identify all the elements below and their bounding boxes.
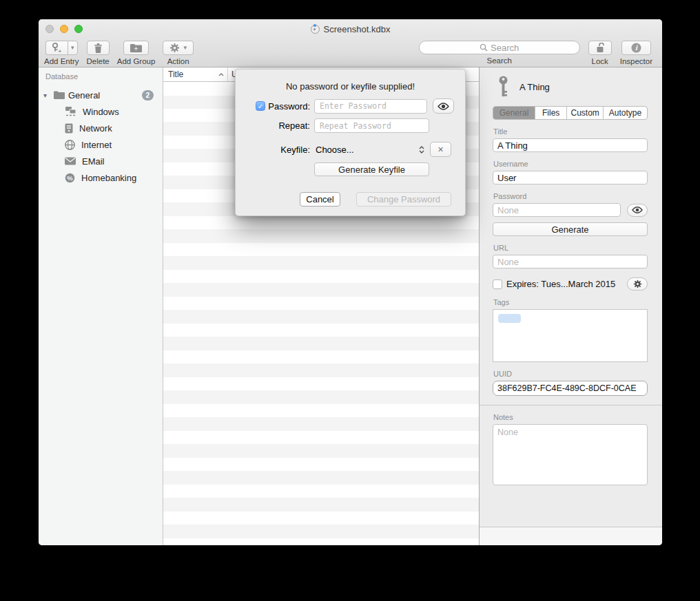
gear-icon <box>633 280 642 288</box>
change-password-button[interactable]: Change Password <box>356 192 451 207</box>
toolbar-label: Search <box>486 56 511 65</box>
gear-icon <box>169 43 180 53</box>
sidebar-item-windows[interactable]: Windows <box>39 103 163 120</box>
tab-general[interactable]: General <box>493 107 535 119</box>
column-label: Title <box>168 70 183 79</box>
password-label: Password: <box>268 101 310 112</box>
cancel-button[interactable]: Cancel <box>300 192 340 207</box>
expires-checkbox[interactable] <box>493 280 502 289</box>
password-field-label: Password <box>493 192 648 200</box>
folder-icon <box>54 91 65 99</box>
tab-autotype[interactable]: Autotype <box>604 107 647 119</box>
toolbar-item-search: Search Search <box>419 41 580 65</box>
trash-icon <box>94 43 103 53</box>
url-field-label: URL <box>493 244 648 252</box>
username-field[interactable] <box>493 171 648 184</box>
repeat-password-input[interactable] <box>314 118 429 133</box>
sidebar-item-label: Internet <box>81 140 112 150</box>
sidebar-item-label: Network <box>79 123 112 134</box>
keyfile-label: Keyfile: <box>280 145 310 155</box>
search-icon <box>480 43 488 52</box>
sidebar-item-homebanking[interactable]: % Homebanking <box>39 169 163 186</box>
inspector-button[interactable]: i <box>621 41 651 55</box>
svg-text:%: % <box>67 173 73 181</box>
reveal-password-button[interactable] <box>627 204 648 217</box>
title-field[interactable] <box>493 138 648 152</box>
generate-password-button[interactable]: Generate <box>493 222 648 236</box>
titlebar: Screenshot.kdbx <box>39 19 662 39</box>
tags-field-label: Tags <box>493 298 648 306</box>
search-placeholder: Search <box>491 43 519 53</box>
toolbar-label: Lock <box>592 57 608 65</box>
sidebar-item-network[interactable]: Network <box>39 120 163 136</box>
sidebar-item-general[interactable]: ▾ General 2 <box>39 87 163 103</box>
url-field[interactable] <box>493 255 648 268</box>
inspector-panel: A Thing General Files Custom Autotype Ti… <box>479 67 662 545</box>
column-header-title[interactable]: Title <box>163 70 227 79</box>
add-group-button[interactable]: + <box>123 41 149 55</box>
toolbar-item-add-group: + Add Group <box>117 41 156 65</box>
minimize-button[interactable] <box>60 25 68 33</box>
toolbar-label: Add Group <box>117 57 156 65</box>
enter-password-input[interactable] <box>314 99 427 114</box>
tag-token[interactable] <box>498 314 521 323</box>
tab-files[interactable]: Files <box>535 107 567 119</box>
toolbar-item-lock: Lock <box>588 41 612 65</box>
server-icon <box>65 123 73 134</box>
notes-field-label: Notes <box>493 413 648 421</box>
sort-ascending-icon <box>218 73 224 76</box>
toolbar-label: Action <box>167 57 189 65</box>
generate-keyfile-button[interactable]: Generate Keyfile <box>314 162 429 176</box>
password-field[interactable] <box>493 203 621 217</box>
sidebar-item-internet[interactable]: Internet <box>39 136 163 153</box>
uuid-field-label: UUID <box>493 370 648 378</box>
action-button[interactable]: ▾ <box>163 41 194 55</box>
change-password-dialog: No password or keyfile supplied! ✓ Passw… <box>235 69 466 216</box>
expires-settings-button[interactable] <box>627 277 648 291</box>
toolbar-label: Add Entry <box>44 57 79 65</box>
delete-button[interactable] <box>87 41 110 55</box>
sidebar-item-label: General <box>68 90 100 101</box>
toolbar-label: Inspector <box>620 57 652 65</box>
add-entry-dropdown-button[interactable]: ▾ <box>68 41 78 55</box>
document-proxy-icon[interactable] <box>311 25 320 34</box>
toolbar-item-add-entry: + ▾ Add Entry <box>44 41 79 65</box>
app-window: Screenshot.kdbx + ▾ Add Entry <box>39 19 662 545</box>
lock-button[interactable] <box>588 41 612 55</box>
info-icon: i <box>631 43 641 53</box>
password-checkbox[interactable]: ✓ <box>256 101 265 111</box>
sidebar-item-email[interactable]: EMail <box>39 153 163 169</box>
tab-custom[interactable]: Custom <box>567 107 604 119</box>
envelope-icon <box>65 157 76 165</box>
sidebar-section-header: Database <box>39 72 163 81</box>
key-plus-icon: + <box>51 43 63 53</box>
disclosure-triangle-icon[interactable]: ▾ <box>43 92 50 99</box>
traffic-lights <box>45 25 83 33</box>
chevron-down-icon: ▾ <box>71 45 74 51</box>
window-title: Screenshot.kdbx <box>324 24 391 34</box>
eye-icon <box>632 207 643 213</box>
key-icon <box>497 76 509 98</box>
globe-icon <box>65 140 75 150</box>
window-chrome: Screenshot.kdbx + ▾ Add Entry <box>39 19 662 67</box>
toolbar-item-delete: Delete <box>87 41 110 65</box>
add-entry-button[interactable]: + <box>45 41 68 55</box>
svg-text:+: + <box>58 48 61 54</box>
folder-plus-icon: + <box>130 43 142 52</box>
uuid-field[interactable] <box>493 381 648 396</box>
keyfile-popup[interactable]: Choose... <box>314 145 424 155</box>
keyfile-selected-value: Choose... <box>316 145 354 155</box>
zoom-button[interactable] <box>74 25 83 33</box>
search-input[interactable]: Search <box>419 41 580 54</box>
sidebar: Database ▾ General 2 Windows Networ <box>39 67 163 545</box>
toolbar-label: Delete <box>87 57 110 65</box>
reveal-password-button[interactable] <box>433 98 454 114</box>
eye-icon <box>438 103 449 110</box>
svg-text:+: + <box>134 45 138 52</box>
tags-field[interactable] <box>493 309 648 362</box>
close-button[interactable] <box>45 25 54 33</box>
clear-keyfile-button[interactable]: × <box>430 142 451 157</box>
notes-field[interactable] <box>493 424 648 485</box>
toolbar-item-inspector: i Inspector <box>620 41 652 65</box>
inspector-footer <box>480 527 662 545</box>
